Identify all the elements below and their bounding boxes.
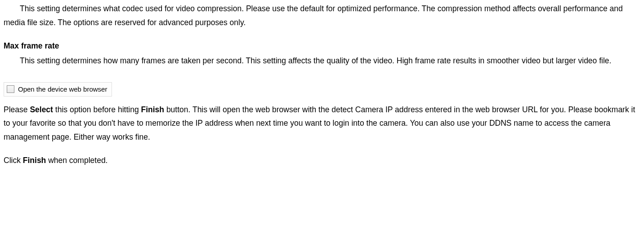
text: this option before hitting — [53, 105, 141, 114]
checkbox-label: Open the device web browser — [18, 85, 107, 93]
text: when completed. — [46, 156, 107, 165]
finish-bold: Finish — [141, 105, 164, 114]
codec-description: This setting determines what codec used … — [4, 2, 639, 29]
framerate-description: This setting determines how many frames … — [4, 54, 639, 68]
finish-bold: Finish — [23, 156, 46, 165]
select-bold: Select — [30, 105, 53, 114]
select-instruction: Please Select this option before hitting… — [4, 103, 639, 144]
finish-instruction: Click Finish when completed. — [4, 154, 639, 167]
open-browser-checkbox[interactable]: Open the device web browser — [4, 82, 112, 97]
checkbox-icon — [7, 85, 14, 93]
text: Click — [4, 156, 23, 165]
text: Please — [4, 105, 30, 114]
max-frame-rate-heading: Max frame rate — [4, 39, 639, 53]
